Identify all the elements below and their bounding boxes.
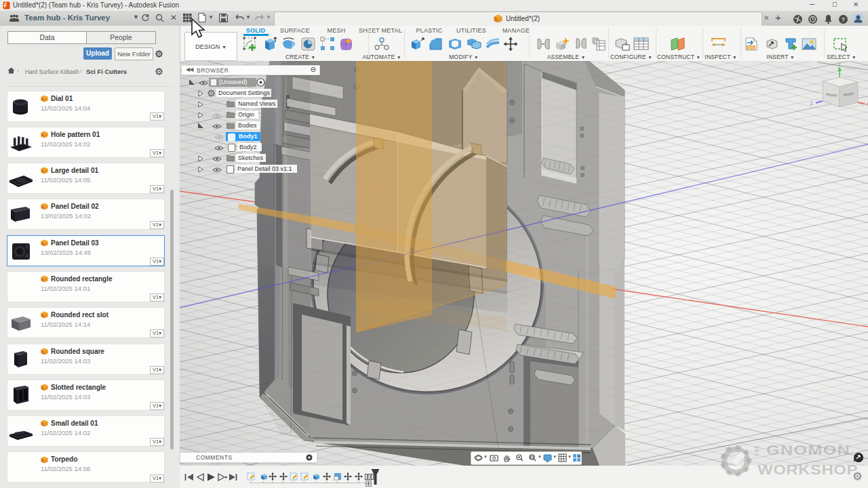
svg-text:SVG: SVG [747, 45, 755, 49]
svg-text:Z: Z [810, 101, 814, 106]
svg-text:?: ? [842, 16, 846, 23]
svg-text:Y: Y [838, 62, 842, 66]
